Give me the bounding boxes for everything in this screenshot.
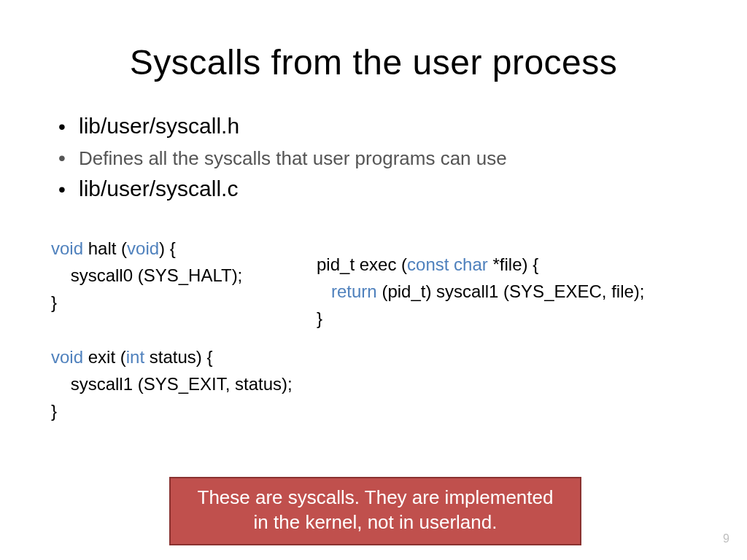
- keyword-return: return: [331, 281, 377, 301]
- keyword-void: void: [51, 347, 83, 367]
- code-block-left: void halt (void) { syscall0 (SYS_HALT); …: [51, 235, 299, 424]
- keyword-void: void: [127, 238, 159, 258]
- code-text: }: [51, 292, 57, 312]
- page-number: 9: [723, 532, 729, 545]
- code-text: halt (: [83, 238, 127, 258]
- keyword-const-char: const char: [407, 254, 488, 274]
- code-text: status) {: [144, 347, 212, 367]
- keyword-void: void: [51, 238, 83, 258]
- code-text: syscall1 (SYS_EXIT, status);: [51, 374, 293, 394]
- callout-box: These are syscalls. They are implemented…: [169, 477, 581, 545]
- bullet-item: lib/user/syscall.c: [58, 174, 696, 204]
- code-text: exit (: [83, 347, 126, 367]
- code-text: syscall0 (SYS_HALT);: [51, 265, 242, 285]
- code-block-right: pid_t exec (const char *file) { return (…: [317, 235, 696, 424]
- code-text: }: [51, 401, 57, 421]
- bullet-subitem: Defines all the syscalls that user progr…: [58, 144, 696, 172]
- code-text: *file) {: [488, 254, 538, 274]
- callout-line: These are syscalls. They are implemented: [181, 486, 570, 510]
- bullet-item: lib/user/syscall.h: [58, 112, 696, 141]
- bullet-list: lib/user/syscall.h Defines all the sysca…: [58, 112, 696, 204]
- callout-line: in the kernel, not in userland.: [181, 510, 570, 535]
- slide-title: Syscalls from the user process: [51, 42, 696, 82]
- code-row: void halt (void) { syscall0 (SYS_HALT); …: [51, 235, 696, 424]
- code-text: (pid_t) syscall1 (SYS_EXEC, file);: [377, 281, 645, 301]
- code-text: }: [317, 308, 322, 328]
- slide: Syscalls from the user process lib/user/…: [0, 0, 747, 560]
- keyword-int: int: [126, 347, 144, 367]
- code-text: ) {: [159, 238, 176, 258]
- code-text: pid_t exec (: [317, 254, 407, 274]
